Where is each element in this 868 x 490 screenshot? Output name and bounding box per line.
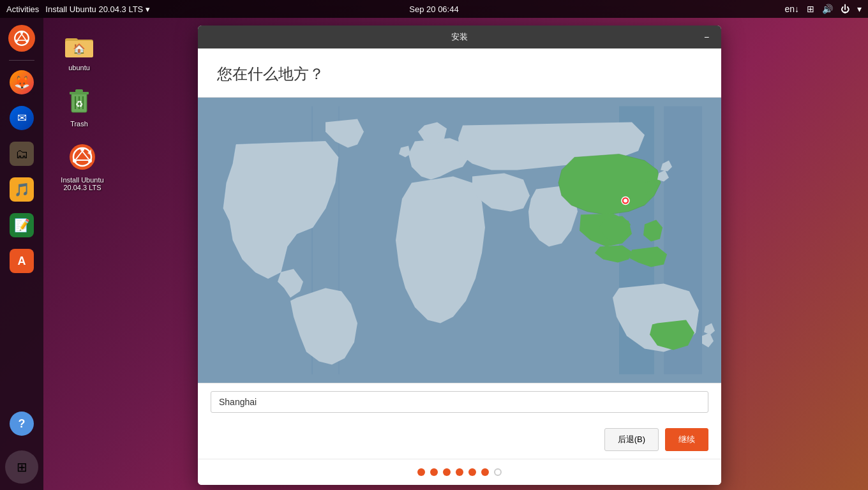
svg-point-31 bbox=[624, 199, 627, 203]
location-input-area bbox=[198, 383, 721, 420]
lang-icon[interactable]: en↓ bbox=[784, 4, 799, 14]
world-map-svg[interactable] bbox=[198, 98, 721, 383]
installer-window: 安装 − 您在什么地方？ bbox=[198, 26, 721, 485]
progress-dot-4 bbox=[456, 468, 463, 476]
trash-icon-label: Trash bbox=[70, 120, 88, 128]
sidebar-item-libreoffice[interactable]: 📝 bbox=[5, 209, 38, 242]
activities-label[interactable]: Activities bbox=[6, 4, 39, 14]
svg-line-4 bbox=[18, 34, 22, 40]
svg-point-3 bbox=[26, 40, 28, 42]
install-icon bbox=[68, 143, 96, 171]
window-content: 您在什么地方？ bbox=[198, 48, 721, 485]
svg-text:♻: ♻ bbox=[75, 99, 84, 109]
power-icon[interactable]: ⏻ bbox=[841, 4, 849, 14]
topbar-right: en↓ ⊞ 🔊 ⏻ ▾ bbox=[784, 4, 862, 14]
install-icon-label: Install Ubuntu 20.04.3 LTS bbox=[61, 176, 103, 191]
sidebar: 🦊 ✉ 🗂 🎵 📝 A ? bbox=[0, 18, 43, 490]
svg-rect-13 bbox=[75, 89, 83, 93]
sidebar-item-rhythmbox[interactable]: 🎵 bbox=[5, 173, 38, 206]
desktop-icon-home[interactable]: 🏠 ubuntu bbox=[54, 28, 105, 71]
location-input[interactable] bbox=[211, 391, 708, 413]
progress-dot-2 bbox=[430, 468, 438, 476]
svg-point-21 bbox=[73, 159, 77, 163]
sidebar-item-ubuntu[interactable] bbox=[5, 22, 38, 55]
progress-dot-7 bbox=[494, 468, 502, 476]
sidebar-item-grid[interactable]: ⊞ bbox=[5, 450, 38, 484]
grid-icon: ⊞ bbox=[5, 450, 38, 484]
progress-dots bbox=[198, 459, 721, 485]
topbar: Activities Install Ubuntu 20.04.3 LTS ▾ … bbox=[0, 0, 868, 18]
topbar-datetime: Sep 20 06:44 bbox=[409, 4, 458, 14]
home-icon-label: ubuntu bbox=[68, 64, 90, 71]
svg-point-22 bbox=[88, 159, 92, 163]
sidebar-item-files[interactable]: 🗂 bbox=[5, 137, 38, 170]
sidebar-item-help[interactable]: ? bbox=[5, 407, 38, 440]
svg-point-20 bbox=[80, 147, 84, 151]
progress-dot-6 bbox=[481, 468, 489, 476]
page-title: 您在什么地方？ bbox=[217, 64, 702, 84]
svg-line-5 bbox=[22, 34, 26, 40]
trash-svg-icon: ♻ bbox=[66, 87, 92, 115]
home-folder-icon: 🏠 bbox=[63, 28, 96, 61]
power-arrow-icon[interactable]: ▾ bbox=[857, 4, 862, 14]
install-ubuntu-icon bbox=[66, 140, 99, 174]
sidebar-divider-1 bbox=[9, 60, 34, 61]
svg-point-1 bbox=[20, 31, 23, 34]
sidebar-item-thunderbird[interactable]: ✉ bbox=[5, 101, 38, 135]
progress-dot-5 bbox=[468, 468, 476, 476]
sidebar-item-appstore[interactable]: A bbox=[5, 244, 38, 278]
window-titlebar: 安装 − bbox=[198, 26, 721, 48]
back-button[interactable]: 后退(B) bbox=[604, 428, 659, 451]
trash-icon: ♻ bbox=[63, 84, 96, 117]
desktop: 🏠 ubuntu ♻ Trash bbox=[43, 18, 190, 490]
sidebar-item-firefox[interactable]: 🦊 bbox=[5, 66, 38, 99]
window-title: 安装 bbox=[451, 31, 468, 43]
continue-button[interactable]: 继续 bbox=[665, 428, 708, 451]
progress-dot-1 bbox=[417, 468, 425, 476]
ubuntu-logo-icon bbox=[13, 30, 30, 47]
svg-point-2 bbox=[15, 40, 18, 42]
svg-text:🏠: 🏠 bbox=[73, 43, 86, 55]
desktop-icon-trash[interactable]: ♻ Trash bbox=[54, 84, 105, 128]
sidebar-bottom: ? ⊞ bbox=[5, 407, 38, 484]
network-icon[interactable]: ⊞ bbox=[807, 4, 814, 14]
folder-icon: 🏠 bbox=[64, 31, 94, 59]
desktop-icon-install[interactable]: Install Ubuntu 20.04.3 LTS bbox=[54, 140, 111, 191]
installer-header: 您在什么地方？ bbox=[198, 48, 721, 98]
buttons-area: 后退(B) 继续 bbox=[198, 420, 721, 459]
minimize-button[interactable]: − bbox=[698, 29, 715, 45]
map-container[interactable] bbox=[198, 98, 721, 383]
app-title-bar: Install Ubuntu 20.04.3 LTS ▾ bbox=[45, 4, 150, 14]
progress-dot-3 bbox=[443, 468, 451, 476]
sound-icon[interactable]: 🔊 bbox=[822, 4, 833, 14]
topbar-left: Activities Install Ubuntu 20.04.3 LTS ▾ bbox=[6, 4, 150, 14]
window-controls: − bbox=[698, 29, 715, 45]
